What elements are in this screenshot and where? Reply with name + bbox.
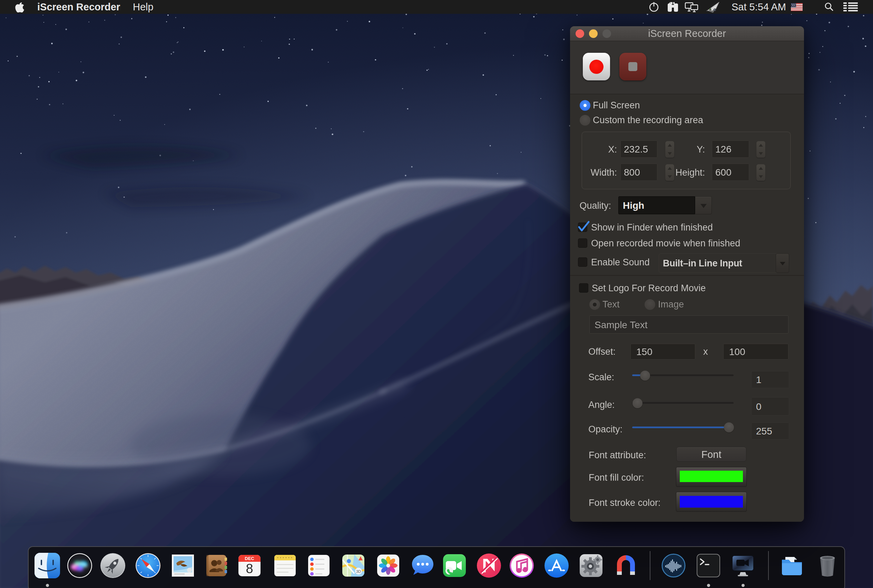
svg-text:8: 8 [246, 561, 253, 576]
svg-text:DEC: DEC [244, 556, 254, 561]
svg-text:3D: 3D [356, 569, 361, 573]
